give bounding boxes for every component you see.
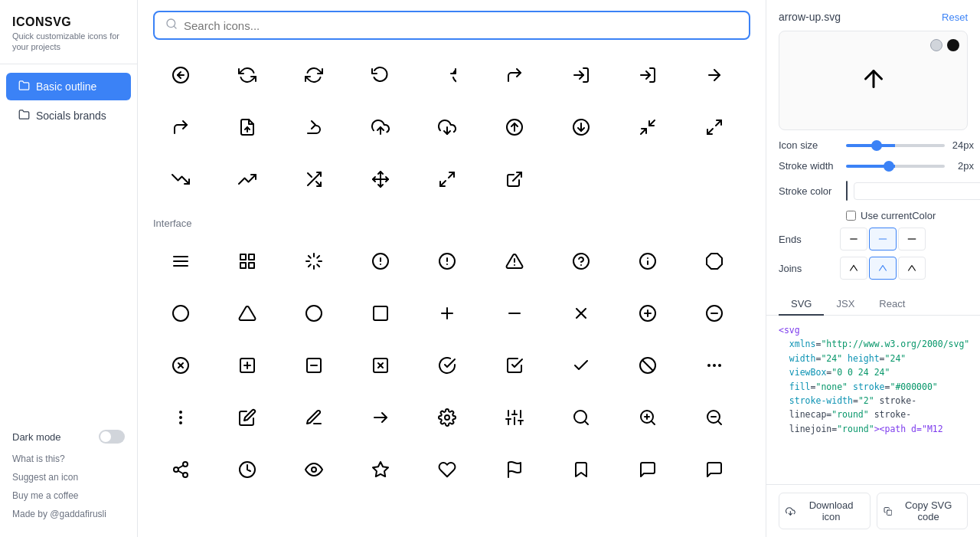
icon-trending-up[interactable]: [220, 155, 275, 204]
ends-butt-btn[interactable]: [840, 228, 867, 250]
icon-slash[interactable]: [620, 341, 675, 390]
icon-minus-square[interactable]: [286, 341, 341, 390]
icon-log-in[interactable]: [620, 51, 675, 100]
icons-scroll-area[interactable]: Interface: [138, 51, 766, 537]
sidebar-item-socials-brands[interactable]: Socials brands: [6, 102, 131, 129]
icon-external-link[interactable]: [487, 155, 542, 204]
tab-jsx[interactable]: JSX: [824, 293, 867, 316]
ends-square-btn[interactable]: [898, 228, 926, 250]
icon-expand[interactable]: [420, 155, 475, 204]
icon-info[interactable]: [620, 237, 675, 286]
icon-minus-circle[interactable]: [687, 289, 742, 338]
svg-point-86: [180, 422, 181, 424]
icon-bookmark[interactable]: [554, 445, 609, 494]
icon-edit[interactable]: [220, 393, 275, 442]
tab-svg[interactable]: SVG: [779, 293, 824, 316]
icon-plus-square[interactable]: [220, 341, 275, 390]
icon-plus-circle[interactable]: [620, 289, 675, 338]
icon-loader[interactable]: [286, 237, 341, 286]
interface-grid-row3: [153, 341, 750, 390]
icon-arrow-right[interactable]: [687, 51, 742, 100]
download-button[interactable]: Download icon: [779, 493, 871, 529]
icon-x[interactable]: [554, 289, 609, 338]
icon-check[interactable]: [554, 341, 609, 390]
icon-minus[interactable]: [487, 289, 542, 338]
icon-check-square[interactable]: [487, 341, 542, 390]
what-is-this-link[interactable]: What is this?: [12, 451, 125, 467]
icon-upload-circle[interactable]: [487, 103, 542, 152]
joins-miter-btn[interactable]: [840, 257, 867, 280]
icon-trending-down[interactable]: [153, 155, 208, 204]
icon-rotate-ccw[interactable]: [353, 51, 408, 100]
copy-icon: [884, 506, 893, 516]
icon-circle[interactable]: [153, 289, 208, 338]
icon-zoom-out[interactable]: [687, 393, 742, 442]
icon-settings[interactable]: [420, 393, 475, 442]
dark-mode-preview-toggle[interactable]: [947, 39, 959, 51]
icon-share-box[interactable]: [220, 103, 275, 152]
icon-rotate-cw[interactable]: [420, 51, 475, 100]
icon-sliders[interactable]: [487, 393, 542, 442]
icon-maximize[interactable]: [687, 103, 742, 152]
icon-more-vertical[interactable]: [153, 393, 208, 442]
icon-help-circle[interactable]: [554, 237, 609, 286]
icon-refresh-cw[interactable]: [286, 51, 341, 100]
icon-heart[interactable]: [420, 445, 475, 494]
icon-clock[interactable]: [220, 445, 275, 494]
icon-minimize[interactable]: [620, 103, 675, 152]
joins-bevel-btn[interactable]: [898, 257, 926, 280]
buy-coffee-link[interactable]: Buy me a coffee: [12, 488, 125, 503]
icon-x-circle[interactable]: [153, 341, 208, 390]
icon-message-square[interactable]: [687, 445, 742, 494]
icon-grid[interactable]: [220, 237, 275, 286]
ends-round-btn[interactable]: [869, 228, 897, 250]
icon-move[interactable]: [353, 155, 408, 204]
icon-square[interactable]: [353, 289, 408, 338]
icon-more-horizontal[interactable]: [687, 341, 742, 390]
icon-message-circle[interactable]: [620, 445, 675, 494]
icon-corner-up-right[interactable]: [153, 103, 208, 152]
icon-alert-triangle[interactable]: [487, 237, 542, 286]
sidebar-item-basic-outline[interactable]: Basic outline: [6, 73, 131, 100]
icon-zoom-in[interactable]: [620, 393, 675, 442]
icon-corner-right[interactable]: [487, 51, 542, 100]
icon-exit-right[interactable]: [286, 103, 341, 152]
dark-mode-toggle[interactable]: [99, 430, 125, 444]
icon-triangle[interactable]: [220, 289, 275, 338]
icon-x-square[interactable]: [353, 341, 408, 390]
icon-flag[interactable]: [487, 445, 542, 494]
icon-octagon[interactable]: [687, 237, 742, 286]
icon-shuffle[interactable]: [286, 155, 341, 204]
icon-star[interactable]: [353, 445, 408, 494]
icon-circle-outline[interactable]: [286, 289, 341, 338]
icon-download-circle[interactable]: [554, 103, 609, 152]
color-hex-input[interactable]: #000000: [854, 182, 980, 200]
suggest-icon-link[interactable]: Suggest an icon: [12, 470, 125, 485]
copy-button[interactable]: Copy SVG code: [877, 493, 969, 529]
joins-round-btn[interactable]: [869, 257, 897, 280]
tab-react[interactable]: React: [867, 293, 917, 316]
reset-button[interactable]: Reset: [942, 11, 968, 23]
interface-grid-row1: [153, 237, 750, 286]
icon-arrow-left-circle[interactable]: [153, 51, 208, 100]
stroke-width-slider[interactable]: [846, 165, 945, 168]
icon-alert-circle2[interactable]: [420, 237, 475, 286]
icon-plus[interactable]: [420, 289, 475, 338]
icon-search[interactable]: [554, 393, 609, 442]
icon-download[interactable]: [420, 103, 475, 152]
icon-refresh-ccw[interactable]: [220, 51, 275, 100]
icon-share2[interactable]: [153, 445, 208, 494]
icon-alert-circle[interactable]: [353, 237, 408, 286]
icon-eye[interactable]: [286, 445, 341, 494]
search-input[interactable]: [184, 19, 738, 32]
light-mode-toggle[interactable]: [930, 39, 942, 51]
color-swatch[interactable]: [846, 181, 848, 201]
icon-upload[interactable]: [353, 103, 408, 152]
icon-edit2[interactable]: [286, 393, 341, 442]
use-current-color-checkbox[interactable]: [846, 211, 856, 221]
icon-size-slider[interactable]: [846, 144, 945, 147]
icon-menu[interactable]: [153, 237, 208, 286]
icon-check-circle[interactable]: [420, 341, 475, 390]
icon-log-in-box[interactable]: [554, 51, 609, 100]
icon-edit3[interactable]: [353, 393, 408, 442]
